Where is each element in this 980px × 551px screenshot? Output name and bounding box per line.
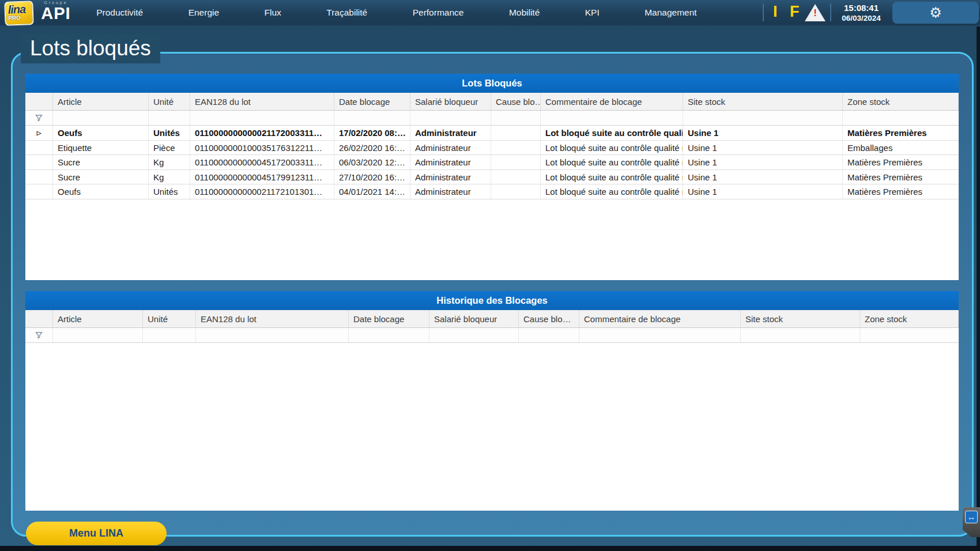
- column-header[interactable]: Article: [53, 310, 143, 327]
- filter-cell[interactable]: [429, 328, 519, 342]
- table-row[interactable]: ▷OeufsUnités0110000000000021172003311…17…: [25, 126, 959, 141]
- column-header[interactable]: Zone stock: [860, 310, 959, 327]
- table-cell[interactable]: Administrateur: [410, 184, 491, 199]
- table-cell[interactable]: Lot bloqué suite au contrôle qualité non…: [541, 170, 683, 184]
- filter-cell[interactable]: [843, 111, 959, 125]
- nav-item-productivite[interactable]: Productivité: [96, 7, 143, 18]
- table-cell[interactable]: Unités: [149, 184, 190, 199]
- table-cell[interactable]: 0110000000000021172101301…: [190, 184, 334, 199]
- table-cell[interactable]: Lot bloqué suite au contrôle qualité non…: [541, 155, 683, 169]
- filter-cell[interactable]: [25, 328, 53, 342]
- filter-cell[interactable]: [334, 111, 410, 125]
- filter-cell[interactable]: [860, 328, 959, 342]
- table-cell[interactable]: [491, 126, 541, 140]
- table-cell[interactable]: Kg: [149, 170, 190, 184]
- column-header[interactable]: Salarié bloqueur: [429, 310, 519, 327]
- filter-cell[interactable]: [53, 111, 149, 125]
- table-cell[interactable]: Etiquette: [53, 141, 149, 155]
- column-header[interactable]: EAN128 du lot: [196, 310, 349, 327]
- table-cell[interactable]: Administrateur: [410, 155, 491, 169]
- table-cell[interactable]: 0110000000100035176312211…: [190, 141, 334, 155]
- filter-cell[interactable]: [579, 328, 741, 342]
- filter-cell[interactable]: [519, 328, 579, 342]
- column-header[interactable]: Cause blo…: [519, 310, 579, 327]
- nav-item-flux[interactable]: Flux: [265, 7, 281, 18]
- column-header[interactable]: Article: [53, 93, 149, 110]
- table-cell[interactable]: Pièce: [149, 141, 190, 155]
- table-cell[interactable]: [491, 184, 541, 199]
- table-cell[interactable]: Lot bloqué suite au contrôle qualité non…: [541, 184, 683, 199]
- filter-cell[interactable]: [25, 111, 53, 125]
- row-selector[interactable]: [25, 170, 53, 184]
- table-cell[interactable]: Matières Premières: [843, 155, 959, 169]
- table-cell[interactable]: Administrateur: [410, 170, 491, 184]
- column-header[interactable]: Salarié bloqueur: [410, 93, 491, 110]
- table-cell[interactable]: Matières Premières: [843, 184, 959, 199]
- row-selector[interactable]: [25, 155, 53, 169]
- table-cell[interactable]: Emballages: [843, 141, 959, 155]
- table-cell[interactable]: Matières Premières: [843, 170, 959, 184]
- column-header[interactable]: Date blocage: [349, 310, 429, 327]
- table-cell[interactable]: Kg: [149, 155, 190, 169]
- filter-cell[interactable]: [410, 111, 491, 125]
- table-cell[interactable]: [491, 170, 541, 184]
- column-header[interactable]: Zone stock: [843, 93, 959, 110]
- table-cell[interactable]: 26/02/2020 16:…: [334, 141, 410, 155]
- table-row[interactable]: OeufsUnités0110000000000021172101301…04/…: [25, 184, 959, 199]
- filter-cell[interactable]: [143, 328, 196, 342]
- table-cell[interactable]: 06/03/2020 12:…: [334, 155, 410, 169]
- filter-cell[interactable]: [149, 111, 190, 125]
- filter-cell[interactable]: [683, 111, 843, 125]
- table-row[interactable]: SucreKg0110000000000045179912311…27/10/2…: [25, 170, 959, 185]
- column-header[interactable]: Site stock: [741, 310, 860, 327]
- table-cell[interactable]: Matières Premières: [843, 126, 959, 140]
- nav-item-tracabilite[interactable]: Traçabilité: [326, 7, 367, 18]
- table-cell[interactable]: Usine 1: [683, 170, 843, 184]
- table-row[interactable]: SucreKg0110000000000045172003311…06/03/2…: [25, 155, 959, 170]
- filter-cell[interactable]: [541, 111, 683, 125]
- table-cell[interactable]: Lot bloqué suite au contrôle qualité non…: [541, 126, 683, 140]
- filter-cell[interactable]: [196, 328, 349, 342]
- filter-cell[interactable]: [491, 111, 541, 125]
- table-cell[interactable]: Oeufs: [53, 126, 149, 140]
- table-cell[interactable]: Sucre: [53, 170, 149, 184]
- column-header[interactable]: Unité: [143, 310, 196, 327]
- settings-button[interactable]: ⚙: [892, 2, 979, 24]
- table-cell[interactable]: Oeufs: [53, 184, 149, 199]
- table-cell[interactable]: Administrateur: [410, 126, 491, 140]
- nav-item-performance[interactable]: Performance: [413, 7, 464, 18]
- table-cell[interactable]: 17/02/2020 08:…: [334, 126, 410, 140]
- warning-triangle-icon[interactable]: !: [805, 4, 826, 21]
- column-header[interactable]: Commentaire de blocage: [579, 310, 741, 327]
- table-cell[interactable]: Usine 1: [683, 126, 843, 140]
- table-cell[interactable]: Lot bloqué suite au contrôle qualité non…: [541, 141, 683, 155]
- column-header[interactable]: Site stock: [683, 93, 843, 110]
- table-cell[interactable]: 0110000000000045172003311…: [190, 155, 334, 169]
- column-header[interactable]: Commentaire de blocage: [541, 93, 683, 110]
- column-header[interactable]: EAN128 du lot: [190, 93, 334, 110]
- nav-item-mobilite[interactable]: Mobilité: [509, 7, 540, 18]
- nav-item-energie[interactable]: Energie: [189, 7, 219, 18]
- table-cell[interactable]: Sucre: [53, 155, 149, 169]
- table-cell[interactable]: 0110000000000045179912311…: [190, 170, 334, 184]
- filter-row[interactable]: [25, 111, 959, 126]
- table-cell[interactable]: Usine 1: [683, 184, 843, 199]
- nav-item-kpi[interactable]: KPI: [585, 7, 600, 18]
- row-selector[interactable]: ▷: [25, 126, 53, 140]
- table-cell[interactable]: [491, 155, 541, 169]
- table-cell[interactable]: [491, 141, 541, 155]
- table-cell[interactable]: Unités: [149, 126, 190, 140]
- menu-lina-button[interactable]: Menu LINA: [26, 522, 167, 545]
- column-header[interactable]: Date blocage: [334, 93, 410, 110]
- filter-cell[interactable]: [53, 328, 143, 342]
- filter-cell[interactable]: [349, 328, 429, 342]
- column-header[interactable]: Cause blo…: [491, 93, 541, 110]
- table-row[interactable]: EtiquettePièce0110000000100035176312211……: [25, 141, 959, 156]
- table-cell[interactable]: Administrateur: [410, 141, 491, 155]
- filter-row[interactable]: [25, 328, 959, 343]
- table-cell[interactable]: Usine 1: [683, 141, 843, 155]
- nav-item-management[interactable]: Management: [644, 7, 696, 18]
- row-selector[interactable]: [25, 141, 53, 155]
- filter-cell[interactable]: [741, 328, 860, 342]
- row-selector[interactable]: [25, 184, 53, 199]
